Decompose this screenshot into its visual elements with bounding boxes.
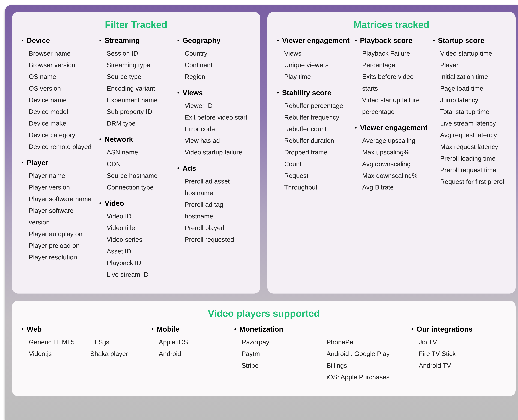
list-item: Count <box>284 158 350 170</box>
list-item: Rebuffer duration <box>284 135 350 146</box>
players-col-web: Web Generic HTML5Video.js HLS.jsShaka pl… <box>22 325 144 389</box>
group: Stability scoreRebuffer percentageRebuff… <box>277 89 350 193</box>
group-header: Stability score <box>277 89 350 97</box>
list-item: HLS.js <box>90 336 144 348</box>
filter-col-3: GeographyCountryContinentRegionViewsView… <box>178 36 251 286</box>
matrices-tracked-title: Matrices tracked <box>277 19 506 30</box>
mobile-items: Apple iOSAndroid <box>152 336 227 360</box>
list-item: Max request latency <box>440 141 506 152</box>
group-header: Views <box>178 89 251 97</box>
list-item: Max upscaling% <box>362 146 428 158</box>
list-item: Apple iOS <box>159 336 227 348</box>
group-header-label: Stability score <box>282 89 331 97</box>
group-items: Player namePlayer versionPlayer software… <box>22 170 95 263</box>
group-items: Average upscalingMax upscaling%Avg downs… <box>355 135 428 193</box>
group-header-label: Viewer engagement <box>360 123 427 132</box>
group-header-mobile: Mobile <box>152 325 227 333</box>
list-item: Experiment name <box>107 94 173 106</box>
list-item: Live stream latency <box>440 118 506 129</box>
list-item: Player resolution <box>29 251 95 263</box>
group-items: Session IDStreaming typeSource typeEncod… <box>99 47 173 129</box>
list-item: Generic HTML5 <box>29 336 83 348</box>
list-item: Total startup time <box>440 106 506 118</box>
bullet-icon <box>22 162 23 164</box>
list-item: Preroll played <box>185 222 251 234</box>
group-monetization: Monetization RazorpayPaytmStripe PhonePe… <box>234 325 404 383</box>
list-item: Rebuffer count <box>284 123 350 135</box>
group-header-label: Network <box>105 135 133 143</box>
group: ViewsViewer IDExit before video startErr… <box>178 89 251 158</box>
list-item: Device category <box>29 129 95 141</box>
list-item: iOS: Apple Purchases <box>327 371 404 383</box>
list-item: Android TV <box>419 360 506 371</box>
list-item: DRM type <box>107 118 173 129</box>
list-item: Avg request latency <box>440 129 506 141</box>
group-header-label: Ads <box>183 164 196 172</box>
bullet-icon <box>178 167 179 169</box>
list-item: Initialization time <box>440 71 506 82</box>
list-item: Percentage <box>362 59 428 71</box>
matrices-col-2: Playback scorePlayback FailurePercentage… <box>355 36 428 199</box>
filter-tracked-card: Filter Tracked DeviceBrowser nameBrowser… <box>12 12 260 293</box>
bullet-icon <box>355 127 357 128</box>
group-header-label: Startup score <box>438 36 484 45</box>
list-item: Device remote played <box>29 141 95 152</box>
bullet-icon <box>22 328 23 330</box>
list-item: Player software version <box>29 205 95 228</box>
group: StreamingSession IDStreaming typeSource … <box>99 36 173 129</box>
group-items: ASN nameCDNSource hostnameConnection typ… <box>99 146 173 193</box>
list-item: Live stream ID <box>107 269 173 280</box>
bullet-icon <box>277 40 279 41</box>
group-header: Device <box>22 36 95 45</box>
list-item: Playback Failure <box>362 47 428 59</box>
list-item: Player software name <box>29 193 95 205</box>
list-item: Source hostname <box>107 170 173 181</box>
group: PlayerPlayer namePlayer versionPlayer so… <box>22 158 95 263</box>
list-item: Sub property ID <box>107 106 173 118</box>
players-col-integrations: Our integrations Jio TVFire TV StickAndr… <box>412 325 506 389</box>
group-header-label: Player <box>27 158 48 167</box>
bullet-icon <box>277 92 279 93</box>
list-item: Unique viewers <box>284 59 350 71</box>
bullet-icon <box>99 40 101 41</box>
matrices-col-1: Viewer engagementViewsUnique viewersPlay… <box>277 36 350 199</box>
matrices-tracked-card: Matrices tracked Viewer engagementViewsU… <box>267 12 516 293</box>
top-row: Filter Tracked DeviceBrowser nameBrowser… <box>12 12 516 293</box>
group-items: Video startup timePlayerInitialization t… <box>433 47 506 188</box>
list-item: Page load time <box>440 82 506 94</box>
list-item: Streaming type <box>107 59 173 71</box>
monetization-subcol-b: PhonePeAndroid : Google Play BillingsiOS… <box>327 336 404 383</box>
group: Viewer engagementViewsUnique viewersPlay… <box>277 36 350 82</box>
list-item: Error code <box>185 123 251 135</box>
bullet-icon <box>412 328 413 330</box>
list-item: Country <box>185 47 251 59</box>
group-header: Viewer engagement <box>355 123 428 132</box>
list-item: Playback ID <box>107 257 173 269</box>
group-header-label: Monetization <box>240 325 284 333</box>
list-item: Player name <box>29 170 95 181</box>
list-item: OS version <box>29 82 95 94</box>
group-header-label: Geography <box>183 36 221 45</box>
list-item: Player <box>440 59 506 71</box>
group-header-label: Viewer engagement <box>282 36 350 45</box>
group-header: Video <box>99 199 173 207</box>
list-item: Continent <box>185 59 251 71</box>
group-items: ViewsUnique viewersPlay time <box>277 47 350 82</box>
filter-tracked-title: Filter Tracked <box>22 19 251 30</box>
list-item: Video.js <box>29 348 83 360</box>
list-item: Request <box>284 170 350 181</box>
group: VideoVideo IDVideo titleVideo seriesAsse… <box>99 199 173 280</box>
group: Playback scorePlayback FailurePercentage… <box>355 36 428 118</box>
list-item: Player autoplay on <box>29 228 95 240</box>
list-item: PhonePe <box>327 336 404 348</box>
list-item: Rebuffer frequency <box>284 112 350 123</box>
filter-columns: DeviceBrowser nameBrowser versionOS name… <box>22 36 251 286</box>
list-item: Browser version <box>29 59 95 71</box>
group: GeographyCountryContinentRegion <box>178 36 251 82</box>
group-header-label: Streaming <box>105 36 140 45</box>
group: NetworkASN nameCDNSource hostnameConnect… <box>99 135 173 193</box>
list-item: Razorpay <box>242 336 319 348</box>
list-item: Device make <box>29 118 95 129</box>
list-item: Dropped frame <box>284 146 350 158</box>
list-item: Jump latency <box>440 94 506 106</box>
